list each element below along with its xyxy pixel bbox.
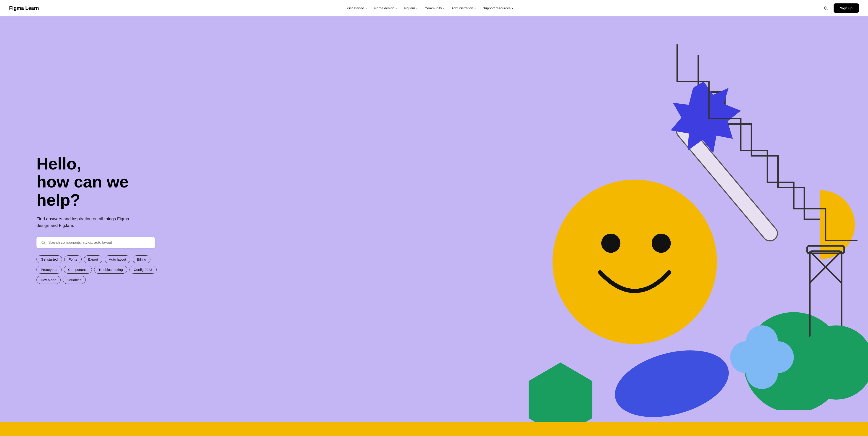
tag-fonts[interactable]: Fonts <box>64 255 82 263</box>
svg-marker-5 <box>671 81 741 153</box>
tag-get-started[interactable]: Get started <box>36 255 62 263</box>
chevron-down-icon <box>416 8 418 9</box>
search-box <box>36 237 155 248</box>
tag-components[interactable]: Components <box>64 266 92 274</box>
nav-label-support: Support resources <box>483 6 511 10</box>
tag-export[interactable]: Export <box>84 255 102 263</box>
tag-dev-mode[interactable]: Dev Mode <box>36 276 61 284</box>
tag-variables[interactable]: Variables <box>63 276 86 284</box>
svg-line-3 <box>44 243 45 244</box>
nav-item-figjam[interactable]: FigJam <box>401 4 421 12</box>
site-logo[interactable]: Figma Learn <box>9 5 39 11</box>
navbar: Figma Learn Get started Figma design Fig… <box>0 0 868 16</box>
svg-point-11 <box>601 234 620 253</box>
svg-marker-13 <box>529 362 592 422</box>
chevron-down-icon <box>365 8 367 9</box>
chevron-down-icon <box>474 8 476 9</box>
illustration-svg <box>391 16 868 422</box>
nav-label-figjam: FigJam <box>404 6 415 10</box>
svg-point-10 <box>552 179 717 344</box>
nav-label-figma-design: Figma design <box>374 6 394 10</box>
hero-section: Hello, how can we help? Find answers and… <box>0 16 868 422</box>
chevron-down-icon <box>443 8 445 9</box>
tag-billing[interactable]: Billing <box>133 255 150 263</box>
hero-content: Hello, how can we help? Find answers and… <box>0 16 160 422</box>
svg-point-14 <box>608 339 736 422</box>
chevron-down-icon <box>512 8 513 9</box>
nav-item-community[interactable]: Community <box>422 4 447 12</box>
signup-button[interactable]: Sign up <box>834 3 859 13</box>
tag-config-2023[interactable]: Config 2023 <box>129 266 157 274</box>
svg-line-1 <box>827 9 828 10</box>
navbar-right: Sign up <box>822 3 859 13</box>
chevron-down-icon <box>395 8 397 9</box>
svg-point-12 <box>652 234 671 253</box>
search-icon <box>41 240 45 245</box>
nav-item-support[interactable]: Support resources <box>480 4 516 12</box>
nav-label-administration: Administration <box>452 6 473 10</box>
search-icon <box>824 6 828 10</box>
nav-label-community: Community <box>425 6 442 10</box>
tag-prototypes[interactable]: Prototypes <box>36 266 62 274</box>
nav-item-figma-design[interactable]: Figma design <box>371 4 400 12</box>
nav-item-administration[interactable]: Administration <box>449 4 479 12</box>
nav-item-get-started[interactable]: Get started <box>344 4 370 12</box>
tag-troubleshooting[interactable]: Troubleshooting <box>94 266 127 274</box>
bottom-bar <box>0 422 868 436</box>
search-input[interactable] <box>48 240 150 245</box>
nav-menu: Get started Figma design FigJam Communit… <box>39 4 822 12</box>
hero-illustration <box>391 16 868 422</box>
hero-subtitle: Find answers and inspiration on all thin… <box>36 215 146 229</box>
nav-label-get-started: Get started <box>347 6 364 10</box>
svg-point-18 <box>730 341 762 373</box>
hero-title: Hello, how can we help? <box>36 155 160 209</box>
tags-row: Get startedFontsExportAuto layoutBilling… <box>36 255 160 284</box>
tag-auto-layout[interactable]: Auto layout <box>104 255 130 263</box>
search-button[interactable] <box>822 4 830 12</box>
